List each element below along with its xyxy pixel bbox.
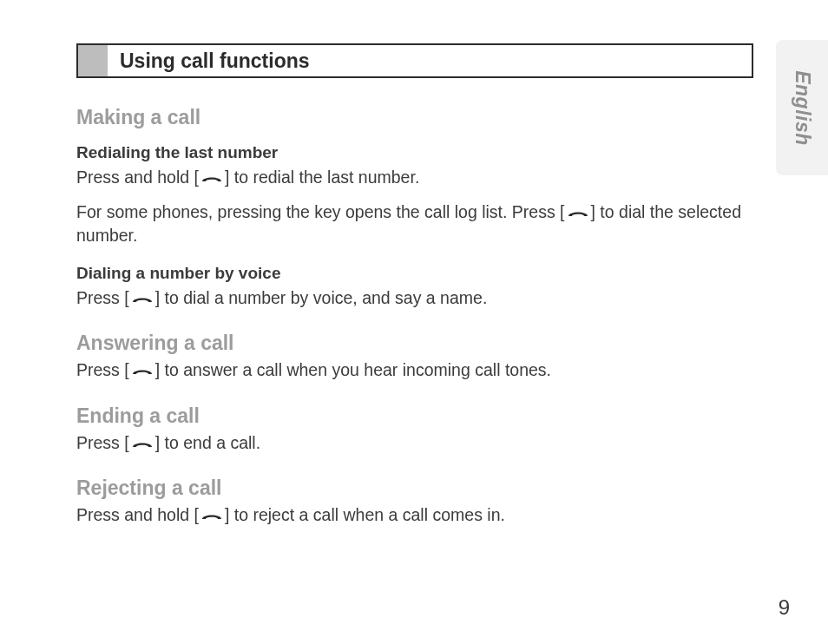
call-button-icon	[129, 365, 155, 378]
call-button-icon	[199, 510, 225, 522]
subheading-voice-dial: Dialing a number by voice	[76, 264, 753, 283]
text: ] to answer a call when you hear incomin…	[155, 360, 551, 379]
call-button-icon	[129, 293, 155, 306]
text: ] to reject a call when a call comes in.	[225, 505, 505, 524]
text: Press and hold [	[76, 505, 199, 524]
language-tab-label: English	[791, 70, 814, 146]
text: Press [	[76, 288, 129, 307]
heading-making-a-call: Making a call	[76, 106, 753, 129]
text: Press [	[76, 433, 129, 452]
page-number: 9	[779, 595, 790, 620]
title-bar: Using call functions	[76, 43, 753, 78]
para-ending: Press [] to end a call.	[76, 431, 753, 454]
para-answering: Press [] to answer a call when you hear …	[76, 358, 753, 381]
para-rejecting: Press and hold [] to reject a call when …	[76, 503, 753, 526]
text: Press and hold [	[76, 168, 199, 187]
call-button-icon	[129, 438, 155, 450]
heading-ending-a-call: Ending a call	[76, 404, 753, 428]
para-redial-2: For some phones, pressing the key opens …	[76, 200, 753, 246]
page-content: Using call functions Making a call Redia…	[76, 43, 753, 526]
title-bar-block	[78, 45, 108, 76]
text: ] to dial a number by voice, and say a n…	[155, 288, 488, 307]
language-tab: English	[776, 40, 828, 175]
text: For some phones, pressing the key opens …	[76, 202, 565, 221]
para-voice-dial: Press [] to dial a number by voice, and …	[76, 286, 753, 309]
text: ] to redial the last number.	[225, 168, 419, 187]
para-redial-1: Press and hold [] to redial the last num…	[76, 166, 753, 188]
heading-answering-a-call: Answering a call	[76, 332, 753, 355]
heading-rejecting-a-call: Rejecting a call	[76, 476, 753, 500]
text: Press [	[76, 360, 129, 379]
text: ] to end a call.	[155, 433, 260, 452]
page-title: Using call functions	[108, 45, 752, 76]
call-button-icon	[565, 207, 591, 220]
call-button-icon	[199, 173, 225, 185]
subheading-redial: Redialing the last number	[76, 143, 753, 162]
